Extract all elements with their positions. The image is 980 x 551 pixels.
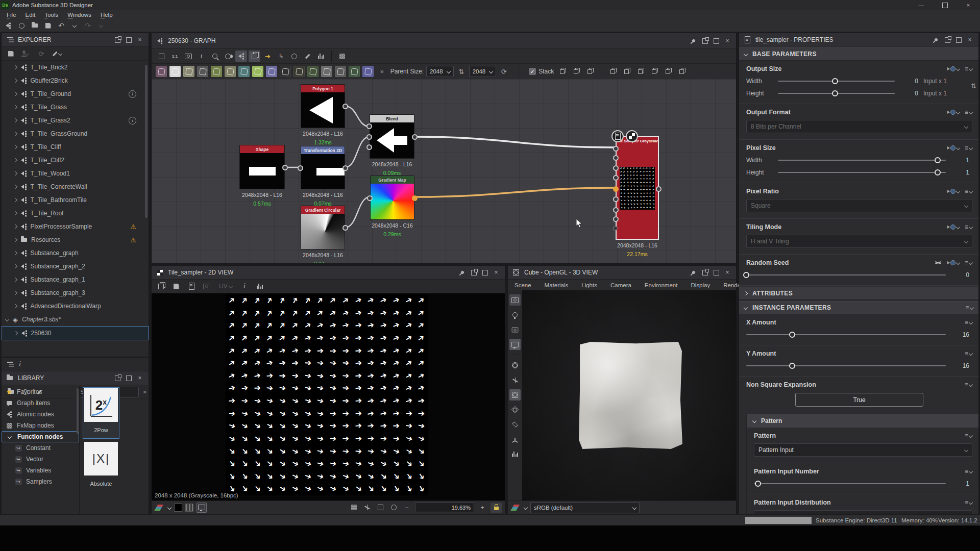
save-icon[interactable] [6, 48, 16, 59]
tree-item[interactable]: T_Tile_ConcreteWall [2, 180, 149, 193]
view3d-menu-display[interactable]: Display [684, 282, 717, 288]
reset-icon[interactable]: ⟳ [499, 66, 509, 77]
menu-windows[interactable]: Windows [63, 12, 96, 18]
tree-item[interactable]: T_Tile_Cliff [2, 140, 149, 154]
new-package-icon[interactable] [16, 20, 27, 31]
parameter-menu-icon[interactable]: ≡ [965, 468, 972, 475]
clean-icon[interactable] [52, 48, 62, 59]
close-icon[interactable]: × [722, 268, 733, 277]
tree-item[interactable]: T_Tile_BathroomTile [2, 193, 149, 207]
save-icon[interactable] [43, 20, 53, 31]
slider-value[interactable]: 0 [895, 90, 921, 97]
library-category[interactable]: ↪Vector [2, 454, 79, 465]
refresh-icon[interactable]: ⟳ [36, 48, 46, 59]
slider-track[interactable] [754, 483, 946, 484]
input-connector[interactable] [613, 165, 619, 171]
node-link-icon[interactable] [3, 20, 13, 31]
stack-checkbox[interactable]: ✓ [529, 68, 536, 75]
ruler-icon[interactable] [362, 503, 372, 513]
slider-handle[interactable] [789, 363, 795, 369]
histogram-icon[interactable] [255, 281, 265, 291]
atomic-node-15-icon[interactable] [362, 66, 374, 77]
atomic-node-10-icon[interactable] [293, 66, 305, 77]
output-connector[interactable] [412, 195, 418, 201]
library-item[interactable]: 2x2Pow [83, 387, 119, 439]
search-icon[interactable] [209, 51, 220, 62]
fit-icon[interactable] [375, 503, 385, 513]
undo-chevron-icon[interactable] [69, 20, 80, 31]
view3d-viewport[interactable] [522, 290, 736, 500]
slider-track[interactable] [778, 93, 895, 94]
parameter-menu-icon[interactable]: ≡ [965, 109, 972, 116]
doc-badge-icon[interactable] [611, 130, 624, 142]
float-icon[interactable] [112, 35, 123, 44]
atomic-node-8-icon[interactable] [266, 66, 277, 77]
input-connector[interactable] [366, 134, 372, 140]
zoom-level-input[interactable]: 19.63% [415, 503, 474, 512]
structure-icon[interactable] [5, 359, 15, 369]
chevron-right-icon[interactable] [12, 92, 19, 95]
display-filter-icon[interactable] [197, 503, 207, 513]
chevron-down-icon[interactable] [524, 505, 528, 509]
align-nodes-4-icon[interactable] [621, 66, 632, 77]
wire-sphere-icon[interactable] [509, 360, 521, 371]
straight-links-icon[interactable]: ➔ [262, 51, 274, 62]
atomic-node-11-icon[interactable] [307, 66, 318, 77]
menu-help[interactable]: Help [96, 12, 117, 18]
view2d-canvas[interactable]: ➔➔➔➔➔➔➔➔➔➔➔➔➔➔➔➔➔➔➔➔➔➔➔➔➔➔➔➔➔➔➔➔➔➔➔➔➔➔➔➔… [152, 293, 505, 500]
graph-node[interactable]: Gradient Map [370, 176, 414, 220]
slider-value[interactable]: 1 [946, 157, 972, 164]
chevron-right-icon[interactable] [12, 106, 19, 109]
slider-value[interactable]: 0 [895, 78, 921, 85]
atomic-node-4-icon[interactable] [211, 66, 222, 77]
tree-item[interactable]: T_Tile_GrassGround [2, 127, 149, 140]
view3d-menu-materials[interactable]: Materials [538, 282, 575, 288]
chevron-right-icon[interactable] [12, 145, 19, 148]
slider-handle[interactable] [832, 90, 838, 96]
atomic-node-12-icon[interactable] [321, 66, 332, 77]
parameter-menu-icon[interactable]: ≡ [965, 65, 972, 72]
input-connector[interactable] [613, 226, 618, 231]
chevron-right-icon[interactable] [12, 66, 19, 69]
move-axis-icon[interactable] [509, 374, 521, 386]
atomic-node-5-icon[interactable] [225, 66, 236, 77]
slider-handle[interactable] [935, 157, 941, 163]
background-swatch[interactable] [174, 504, 182, 512]
orthogonal-links-icon[interactable]: ↳ [275, 51, 287, 62]
atomic-node-3-icon[interactable] [197, 66, 208, 77]
align-nodes-5-icon[interactable] [634, 66, 646, 77]
parameter-menu-icon[interactable]: ≡ [965, 432, 972, 439]
grid-snap-icon[interactable] [336, 51, 348, 62]
chevron-right-icon[interactable] [12, 238, 19, 241]
graph-node[interactable]: Shape [239, 145, 285, 189]
input-connector[interactable] [366, 144, 372, 150]
parameter-menu-icon[interactable]: ≡ [965, 144, 972, 152]
pin-icon[interactable] [457, 268, 468, 277]
fit-one-to-one-icon[interactable]: 1:1 [169, 51, 181, 62]
frame-select-icon[interactable] [156, 51, 167, 62]
align-nodes-7-icon[interactable] [662, 66, 673, 77]
output-connector[interactable] [656, 186, 662, 192]
close-icon[interactable]: × [134, 35, 145, 44]
maximize-icon[interactable] [479, 268, 491, 277]
slider-handle[interactable] [755, 481, 761, 487]
chevron-right-icon[interactable] [12, 198, 19, 202]
section-instance-parameters[interactable]: INSTANCE PARAMETERS≡ [739, 301, 978, 314]
expose-function-icon[interactable] [947, 66, 960, 71]
input-connector[interactable] [367, 195, 373, 201]
param-select[interactable]: Pattern Input [754, 443, 972, 457]
paste-icon[interactable] [186, 281, 197, 291]
node-mode-icon[interactable] [235, 51, 247, 62]
parameter-menu-icon[interactable]: ≡ [965, 223, 972, 231]
tree-item[interactable]: PixelProcessorSample⚠ [2, 220, 149, 233]
slider-value[interactable]: 0 [946, 271, 972, 279]
compact-mode-icon[interactable] [249, 51, 260, 62]
toggle-button[interactable]: True [795, 393, 923, 407]
slider-value[interactable]: 16 [946, 362, 972, 369]
slider-handle[interactable] [832, 78, 838, 84]
expose-function-icon[interactable] [947, 145, 960, 151]
section-attributes[interactable]: ATTRIBUTES [739, 287, 978, 300]
layers-icon[interactable] [155, 503, 165, 513]
graph-node[interactable]: Polygon 1 [301, 84, 345, 128]
close-icon[interactable]: × [964, 35, 975, 44]
